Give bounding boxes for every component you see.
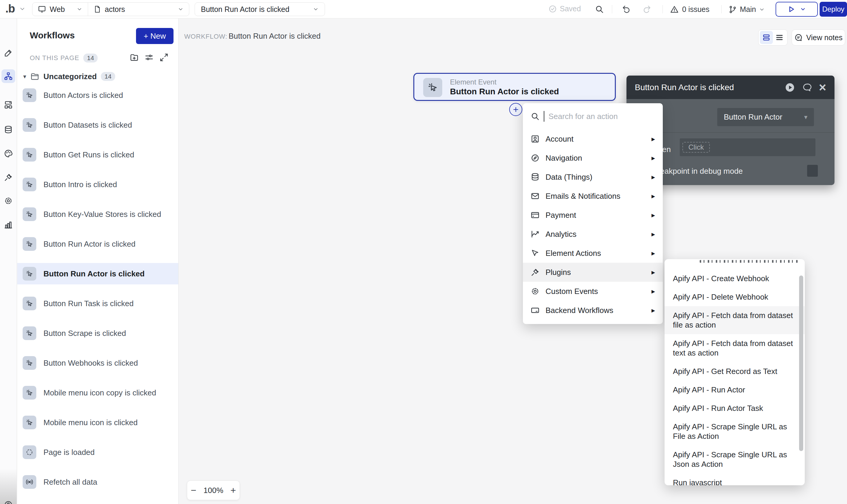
rail-item-workflow[interactable] <box>1 69 15 83</box>
issues-indicator[interactable]: 0 issues <box>670 5 709 14</box>
plugin-action-item[interactable]: Apify API - Create Webhook <box>665 269 805 288</box>
plugin-action-label: Apify API - Scrape Single URL as Json as… <box>673 450 787 469</box>
zoom-in-button[interactable]: + <box>230 486 236 495</box>
property-panel-header[interactable]: Button Run Actor is clicked × <box>627 76 834 99</box>
menu-item-emails-notifications[interactable]: Emails & Notifications ▸ <box>523 186 663 205</box>
element-dropdown[interactable]: Button Run Actor ▾ <box>717 108 814 126</box>
list-view-button[interactable] <box>773 31 786 44</box>
workflow-list-item[interactable]: Button Intro is clicked <box>17 174 179 195</box>
scrollbar-thumb[interactable] <box>799 275 803 451</box>
plugin-action-item[interactable]: Apify API - Get Record as Text <box>665 362 805 380</box>
action-search-menu: Account ▸ Navigation ▸ Data (Things) ▸ E… <box>523 103 663 324</box>
chevron-down-icon <box>313 6 319 12</box>
search-icon <box>530 112 540 121</box>
action-search-input[interactable] <box>548 112 655 121</box>
close-icon[interactable]: × <box>819 81 826 94</box>
folder-name: Uncategorized <box>43 72 97 81</box>
on-this-page-row: ON THIS PAGE 14 <box>30 54 97 62</box>
plugin-action-item[interactable]: Apify API - Fetch data from dataset text… <box>665 334 805 362</box>
search-button[interactable] <box>592 1 607 17</box>
workflow-list-item[interactable]: Page is loaded <box>17 442 179 463</box>
plugin-action-item[interactable]: Apify API - Run Actor <box>665 380 805 399</box>
folder-uncategorized[interactable]: ▾ Uncategorized 14 <box>23 69 115 84</box>
workflow-list-item[interactable]: Button Scrape is clicked <box>17 323 179 344</box>
page-selector[interactable]: actors <box>88 3 189 16</box>
plugin-action-label: Apify API - Delete Webhook <box>673 292 768 301</box>
when-value-chip[interactable]: Click <box>682 142 710 152</box>
add-folder-button[interactable] <box>127 51 142 64</box>
redo-button[interactable] <box>639 1 655 17</box>
cursor-click-icon <box>25 389 33 397</box>
plugins-submenu: Apify API - Create Webhook Apify API - D… <box>665 259 805 485</box>
run-play-icon[interactable] <box>785 83 795 92</box>
when-field[interactable]: Click <box>680 138 815 156</box>
plugin-action-item[interactable]: Apify API - Scrape Single URL as File as… <box>665 417 805 445</box>
rail-item-data[interactable] <box>1 123 15 137</box>
plugin-action-item[interactable]: Run javascript <box>665 473 805 485</box>
workflow-item-label: Button Intro is clicked <box>43 180 117 189</box>
event-node[interactable]: Element Event Button Run Actor is clicke… <box>413 73 616 101</box>
submenu-arrow-icon: ▸ <box>651 287 655 295</box>
workflow-list-item[interactable]: Mobile menu icon is clicked <box>17 412 179 433</box>
breakpoint-checkbox[interactable] <box>807 165 818 177</box>
menu-item-payment[interactable]: Payment ▸ <box>523 205 663 224</box>
workflow-list-item[interactable]: Button Actors is clicked <box>17 85 179 106</box>
zoom-out-button[interactable]: − <box>191 486 196 495</box>
submenu-arrow-icon: ▸ <box>651 230 655 238</box>
action-search-row[interactable] <box>523 103 663 129</box>
rail-item-plugins[interactable] <box>1 170 15 184</box>
workflow-list-item[interactable]: Button Run Task is clicked <box>17 293 179 314</box>
plugin-action-item[interactable]: Apify API - Run Actor Task <box>665 399 805 417</box>
branch-selector[interactable]: Main <box>728 5 765 14</box>
menu-item-custom-events[interactable]: Custom Events ▸ <box>523 282 663 301</box>
expand-panel-button[interactable] <box>157 51 172 64</box>
help-button[interactable] <box>1 498 15 504</box>
comment-bubble-icon[interactable] <box>802 83 812 92</box>
rail-item-components[interactable] <box>1 98 15 112</box>
property-panel-title: Button Run Actor is clicked <box>635 83 778 92</box>
card-view-button[interactable] <box>760 31 773 44</box>
menu-item-plugins[interactable]: Plugins ▸ <box>523 263 663 282</box>
rail-item-settings[interactable] <box>1 194 15 208</box>
workflow-list-item[interactable]: Button Datasets is clicked <box>17 114 179 136</box>
workflow-list-item[interactable]: Button Key-Value Stores is clicked <box>17 203 179 225</box>
workflow-selector-dropdown[interactable]: Button Run Actor is clicked <box>195 2 325 16</box>
workflow-breadcrumb-title: Button Run Actor is clicked <box>229 32 321 41</box>
menu-item-account[interactable]: Account ▸ <box>523 129 663 148</box>
workflow-list-item[interactable]: Button Run Actor is clicked <box>17 233 179 255</box>
database-icon <box>530 173 540 181</box>
plugin-action-item[interactable]: Apify API - Delete Webhook <box>665 288 805 306</box>
menu-item-navigation[interactable]: Navigation ▸ <box>523 148 663 167</box>
filter-sliders-button[interactable] <box>142 51 157 64</box>
menu-item-analytics[interactable]: Analytics ▸ <box>523 224 663 244</box>
rail-item-logs[interactable] <box>1 218 15 232</box>
element-dropdown-value: Button Run Actor <box>724 112 804 122</box>
menu-item-data-things[interactable]: Data (Things) ▸ <box>523 167 663 186</box>
menu-item-element-actions[interactable]: Element Actions ▸ <box>523 244 663 263</box>
platform-selector[interactable]: Web <box>33 3 88 16</box>
workflow-list-item[interactable]: Button Run Actor is clicked <box>17 263 179 284</box>
workflow-list-item[interactable]: Refetch all data <box>17 471 179 493</box>
bubble-logo[interactable]: .b <box>5 2 25 15</box>
workflow-list-item[interactable]: Mobile menu icon copy is clicked <box>17 382 179 403</box>
view-notes-button[interactable]: View notes <box>792 30 845 46</box>
plugin-action-item[interactable]: Apify API - Scrape Single URL as Json as… <box>665 445 805 473</box>
add-action-button[interactable]: + <box>509 103 522 116</box>
workflow-list-item[interactable]: Button Webhooks is clicked <box>17 352 179 374</box>
undo-button[interactable] <box>618 1 634 17</box>
plugin-action-label: Apify API - Run Actor Task <box>673 404 763 413</box>
new-workflow-button[interactable]: + New <box>136 28 174 44</box>
deploy-button[interactable]: Deploy <box>819 2 847 17</box>
menu-item-label: Account <box>545 134 574 144</box>
rail-item-design[interactable] <box>1 46 15 60</box>
workflow-item-icon-chip <box>23 296 36 310</box>
save-status-label: Saved <box>560 4 581 13</box>
workflow-item-label: Mobile menu icon is clicked <box>43 418 138 427</box>
monitor-icon <box>38 5 46 13</box>
plugin-action-list: Apify API - Create Webhook Apify API - D… <box>665 269 805 485</box>
workflow-list-item[interactable]: Button Get Runs is clicked <box>17 144 179 165</box>
menu-item-backend-workflows[interactable]: Backend Workflows ▸ <box>523 301 663 320</box>
preview-button[interactable] <box>776 2 818 17</box>
plugin-action-item[interactable]: Apify API - Fetch data from dataset file… <box>665 306 805 334</box>
rail-item-styles[interactable] <box>1 147 15 160</box>
